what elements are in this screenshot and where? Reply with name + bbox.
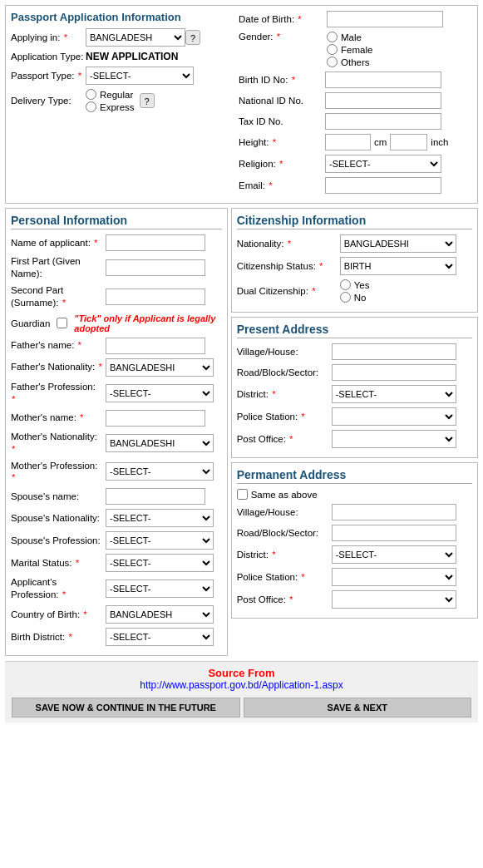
- dual-citizenship-row: Dual Citizenship: * Yes No: [237, 279, 472, 303]
- app-info-left: Passport Application Information Applyin…: [11, 11, 235, 198]
- father-name-input[interactable]: [106, 338, 205, 354]
- first-part-input[interactable]: [106, 259, 205, 276]
- gender-others-radio[interactable]: [327, 57, 338, 67]
- spouse-profession-select[interactable]: -SELECT-: [106, 531, 214, 550]
- present-village-input[interactable]: [332, 343, 456, 360]
- delivery-type-label: Delivery Type:: [11, 96, 86, 106]
- perm-police-select[interactable]: [332, 568, 456, 586]
- country-birth-row: Country of Birth: * BANGLADESH: [11, 605, 222, 624]
- birth-id-row: Birth ID No: *: [239, 72, 471, 88]
- delivery-regular-option[interactable]: Regular: [86, 89, 135, 100]
- guardian-checkbox[interactable]: [57, 318, 67, 328]
- name-applicant-input[interactable]: [106, 234, 205, 251]
- present-police-select[interactable]: [332, 407, 456, 426]
- applying-in-label: Applying in: *: [11, 32, 86, 42]
- first-part-label: First Part (Given Name):: [11, 255, 102, 280]
- birth-id-input[interactable]: [325, 72, 441, 88]
- present-road-label: Road/Block/Sector:: [237, 367, 328, 377]
- delivery-express-option[interactable]: Express: [86, 101, 135, 112]
- dob-label: Date of Birth: *: [239, 14, 322, 24]
- dual-yes-option[interactable]: Yes: [340, 279, 370, 290]
- gender-female-option[interactable]: Female: [327, 44, 372, 55]
- perm-police-row: Police Station: *: [237, 568, 472, 586]
- present-district-label: District: *: [237, 389, 328, 399]
- dual-no-option[interactable]: No: [340, 292, 370, 303]
- permanent-address-section: Permanent Address Same as above Village/…: [231, 462, 478, 619]
- same-above-checkbox[interactable]: [237, 489, 248, 500]
- citizenship-section: Citizenship Information Nationality: * B…: [231, 208, 478, 313]
- citizenship-status-label: Citizenship Status: *: [237, 261, 337, 271]
- marital-status-select[interactable]: -SELECT-: [106, 554, 214, 572]
- email-input[interactable]: [325, 177, 441, 194]
- present-post-label: Post Office: *: [237, 434, 328, 444]
- app-info-title: Passport Application Information: [11, 11, 235, 23]
- perm-post-label: Post Office: *: [237, 594, 328, 604]
- present-post-select[interactable]: [332, 430, 456, 448]
- height-inch-input[interactable]: [390, 134, 427, 150]
- mother-profession-select[interactable]: -SELECT-: [106, 462, 214, 481]
- spouse-name-row: Spouse's name:: [11, 488, 222, 505]
- dob-input[interactable]: [327, 11, 443, 27]
- perm-road-label: Road/Block/Sector:: [237, 528, 328, 538]
- second-part-input[interactable]: [106, 289, 205, 305]
- marital-status-row: Marital Status: * -SELECT-: [11, 554, 222, 572]
- spouse-nationality-select[interactable]: -SELECT-: [106, 509, 214, 527]
- dual-yes-radio[interactable]: [340, 279, 351, 290]
- perm-road-input[interactable]: [332, 525, 456, 541]
- spouse-name-input[interactable]: [106, 488, 205, 505]
- applicant-profession-label: Applicant's Profession: *: [11, 576, 102, 601]
- gender-options: Male Female Others: [327, 32, 372, 67]
- bottom-buttons: SAVE NOW & CONTINUE IN THE FUTURE SAVE &…: [12, 698, 471, 718]
- passport-type-label: Passport Type: *: [11, 71, 86, 81]
- present-road-input[interactable]: [332, 364, 456, 381]
- gender-male-option[interactable]: Male: [327, 32, 372, 42]
- marital-status-label: Marital Status: *: [11, 557, 102, 570]
- perm-district-select[interactable]: -SELECT-: [332, 545, 456, 564]
- applying-in-select[interactable]: BANGLADESH: [86, 28, 185, 47]
- help-icon-applying[interactable]: ?: [185, 30, 200, 45]
- same-above-row: Same as above: [237, 489, 472, 500]
- perm-village-row: Village/House:: [237, 504, 472, 520]
- present-district-select[interactable]: -SELECT-: [332, 385, 456, 403]
- applicant-profession-select[interactable]: -SELECT-: [106, 579, 214, 598]
- spouse-nationality-row: Spouse's Nationality: -SELECT-: [11, 509, 222, 527]
- perm-village-input[interactable]: [332, 504, 456, 520]
- save-next-button[interactable]: SAVE & NEXT: [244, 698, 472, 718]
- app-type-label: Application Type:: [11, 52, 86, 62]
- gender-row: Gender: * Male Female: [239, 32, 471, 67]
- birth-district-select[interactable]: -SELECT-: [106, 628, 214, 646]
- gender-others-option[interactable]: Others: [327, 57, 372, 67]
- height-cm-input[interactable]: [325, 134, 371, 150]
- passport-type-select[interactable]: -SELECT-: [86, 67, 194, 85]
- save-continue-button[interactable]: SAVE NOW & CONTINUE IN THE FUTURE: [12, 698, 240, 718]
- dual-citizenship-label: Dual Citizenship: *: [237, 286, 337, 296]
- gender-female-radio[interactable]: [327, 44, 338, 55]
- source-section: Source From http://www.passport.gov.bd/A…: [12, 667, 471, 691]
- gender-male-radio[interactable]: [327, 32, 338, 42]
- delivery-regular-radio[interactable]: [86, 89, 96, 100]
- tax-id-row: Tax ID No.: [239, 113, 471, 130]
- present-village-row: Village/House:: [237, 343, 472, 360]
- father-nationality-label: Father's Nationality: *: [11, 361, 102, 373]
- height-cm-label: cm: [374, 137, 387, 147]
- perm-post-select[interactable]: [332, 590, 456, 609]
- religion-row: Religion: * -SELECT-: [239, 155, 471, 173]
- mother-profession-label: Mother's Profession: *: [11, 460, 102, 485]
- page-wrapper: Passport Application Information Applyin…: [0, 0, 483, 727]
- father-profession-select[interactable]: -SELECT-: [106, 384, 214, 402]
- father-nationality-select[interactable]: BANGLADESHI: [106, 358, 214, 377]
- mother-nationality-select[interactable]: BANGLADESHI: [106, 434, 214, 452]
- delivery-express-radio[interactable]: [86, 101, 96, 112]
- citizenship-status-select[interactable]: BIRTH: [340, 257, 456, 275]
- mother-name-input[interactable]: [106, 410, 205, 427]
- country-birth-select[interactable]: BANGLADESH: [106, 605, 214, 624]
- father-profession-row: Father's Profession: * -SELECT-: [11, 381, 222, 406]
- present-address-title: Present Address: [237, 323, 472, 338]
- national-id-input[interactable]: [325, 92, 441, 109]
- dual-no-radio[interactable]: [340, 292, 351, 303]
- religion-select[interactable]: -SELECT-: [325, 155, 441, 173]
- tax-id-input[interactable]: [325, 113, 441, 130]
- help-icon-delivery[interactable]: ?: [140, 93, 155, 108]
- father-profession-label: Father's Profession: *: [11, 381, 102, 406]
- nationality-select[interactable]: BANGLADESHI: [340, 234, 456, 253]
